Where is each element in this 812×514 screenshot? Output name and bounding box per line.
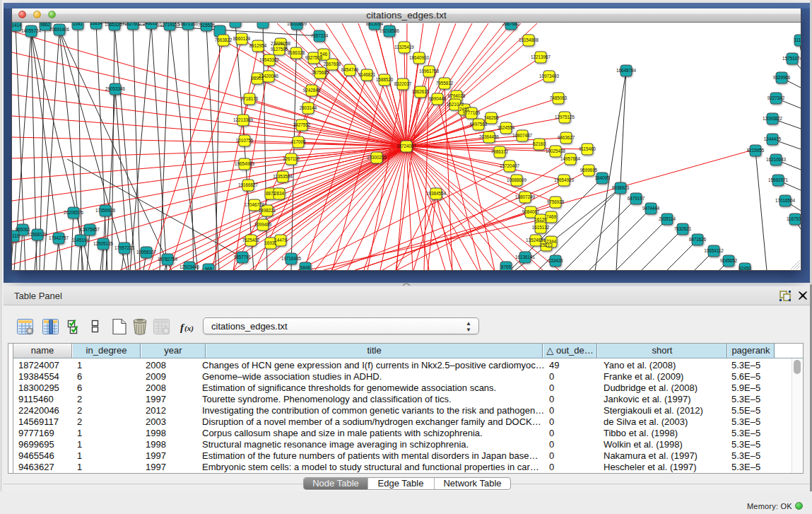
svg-text:7357224: 7357224 — [311, 33, 329, 38]
svg-text:1244415: 1244415 — [764, 136, 782, 141]
svg-text:3624554: 3624554 — [498, 125, 515, 130]
svg-text:10688609: 10688609 — [507, 177, 527, 182]
svg-text:18640910: 18640910 — [409, 55, 430, 60]
svg-text:6794028: 6794028 — [448, 93, 466, 98]
svg-text:11568129: 11568129 — [28, 232, 47, 237]
svg-text:10654112: 10654112 — [704, 248, 724, 253]
svg-text:2935114: 2935114 — [659, 216, 676, 221]
svg-text:2803144: 2803144 — [300, 105, 317, 110]
svg-text:16154808: 16154808 — [519, 37, 539, 42]
svg-text:7986372: 7986372 — [491, 149, 509, 154]
svg-text:2344: 2344 — [546, 239, 557, 244]
svg-text:18807249: 18807249 — [515, 194, 536, 199]
svg-text:19716485: 19716485 — [281, 256, 302, 261]
svg-text:12093822: 12093822 — [763, 116, 783, 121]
svg-text:9857791: 9857791 — [234, 255, 252, 259]
svg-text:10961758: 10961758 — [419, 69, 440, 74]
svg-text:2087682: 2087682 — [502, 23, 520, 26]
svg-text:10719155: 10719155 — [160, 23, 180, 27]
svg-text:10025438: 10025438 — [546, 148, 566, 153]
svg-text:10543362: 10543362 — [259, 57, 280, 62]
svg-text:546: 546 — [320, 52, 328, 57]
svg-text:3875685: 3875685 — [312, 70, 329, 75]
svg-text:17359928: 17359928 — [95, 208, 116, 213]
svg-text:13975857: 13975857 — [80, 227, 100, 232]
svg-text:16648784: 16648784 — [616, 68, 637, 73]
svg-text:16120: 16120 — [534, 217, 547, 222]
svg-text:23226058: 23226058 — [271, 41, 291, 46]
svg-text:9756928: 9756928 — [547, 199, 565, 204]
svg-text:9115460: 9115460 — [579, 146, 596, 151]
svg-text:62160: 62160 — [533, 141, 546, 146]
svg-text:7663822: 7663822 — [215, 37, 233, 42]
svg-text:17942757: 17942757 — [49, 235, 69, 240]
svg-text:17046728: 17046728 — [245, 202, 265, 207]
svg-text:14479: 14479 — [274, 238, 287, 243]
svg-text:1167533: 1167533 — [787, 216, 801, 221]
svg-text:417006: 417006 — [290, 139, 306, 144]
svg-text:6479197: 6479197 — [628, 196, 645, 201]
svg-text:15720407: 15720407 — [500, 163, 520, 168]
svg-text:9146821: 9146821 — [358, 72, 376, 77]
svg-text:1145194: 1145194 — [72, 238, 90, 243]
svg-text:17016504: 17016504 — [775, 198, 796, 203]
svg-text:9463627: 9463627 — [558, 135, 575, 140]
svg-text:8186328: 8186328 — [288, 50, 305, 55]
svg-text:6466160: 6466160 — [143, 23, 160, 25]
svg-text:9474444: 9474444 — [642, 206, 660, 211]
svg-text:(x): (x) — [184, 324, 194, 333]
svg-text:9227342: 9227342 — [767, 95, 785, 100]
svg-text:9127505: 9127505 — [271, 47, 288, 52]
svg-text:6497568: 6497568 — [470, 122, 488, 127]
svg-text:9699695: 9699695 — [580, 168, 598, 173]
svg-text:14957864: 14957864 — [560, 156, 581, 161]
svg-text:20691406: 20691406 — [49, 27, 70, 32]
svg-text:19300215: 19300215 — [367, 155, 387, 160]
svg-text:1615132: 1615132 — [532, 225, 550, 230]
svg-text:7469: 7469 — [546, 214, 557, 219]
svg-text:3427552: 3427552 — [293, 122, 311, 127]
svg-text:12213967: 12213967 — [531, 54, 551, 59]
svg-text:16136141: 16136141 — [515, 255, 536, 259]
svg-text:16782759: 16782759 — [158, 257, 178, 262]
svg-text:1621072: 1621072 — [447, 102, 464, 107]
svg-text:1041: 1041 — [73, 23, 83, 26]
svg-text:18724007: 18724007 — [396, 144, 417, 148]
svg-text:14055724: 14055724 — [21, 28, 42, 33]
svg-text:8660124: 8660124 — [233, 36, 251, 41]
svg-text:2718176: 2718176 — [241, 96, 259, 101]
svg-text:12975125: 12975125 — [555, 115, 575, 119]
svg-text:8454749: 8454749 — [341, 67, 359, 72]
svg-text:9242848: 9242848 — [303, 88, 321, 93]
svg-text:8990448: 8990448 — [429, 96, 447, 101]
svg-text:9329966: 9329966 — [773, 75, 791, 80]
svg-text:16033809: 16033809 — [287, 23, 307, 26]
svg-text:7515526: 7515526 — [198, 23, 216, 28]
svg-text:11353594: 11353594 — [273, 174, 293, 179]
svg-text:10807487: 10807487 — [512, 133, 533, 138]
svg-text:9777169: 9777169 — [463, 110, 481, 115]
svg-text:17957223: 17957223 — [114, 245, 135, 250]
svg-text:98901: 98901 — [251, 76, 264, 81]
svg-text:1362615: 1362615 — [412, 89, 430, 94]
svg-text:2834: 2834 — [274, 191, 285, 196]
svg-text:15692971: 15692971 — [768, 177, 789, 182]
svg-text:7632621: 7632621 — [674, 226, 692, 231]
svg-text:985061: 985061 — [15, 227, 30, 232]
svg-text:11121: 11121 — [794, 37, 801, 42]
svg-text:10653267: 10653267 — [105, 23, 125, 27]
svg-text:15751074: 15751074 — [782, 56, 801, 61]
svg-text:19654923: 19654923 — [554, 177, 575, 182]
svg-text:16210643: 16210643 — [766, 157, 787, 162]
svg-text:1498221: 1498221 — [259, 208, 276, 213]
svg-text:968: 968 — [205, 267, 213, 270]
svg-text:8765: 8765 — [501, 264, 512, 269]
svg-text:19654983: 19654983 — [235, 161, 255, 166]
svg-text:164095: 164095 — [594, 175, 610, 180]
svg-text:11325419: 11325419 — [394, 45, 414, 49]
svg-text:16834: 16834 — [90, 23, 102, 25]
svg-text:39119: 39119 — [12, 233, 20, 238]
svg-text:16671355: 16671355 — [178, 23, 199, 26]
svg-text:6848: 6848 — [300, 265, 311, 270]
svg-text:92450: 92450 — [739, 266, 751, 270]
